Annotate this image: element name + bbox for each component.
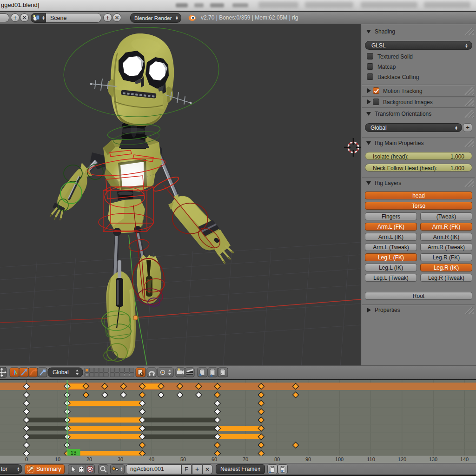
svg-text:Global: Global (53, 369, 69, 376)
svg-text:13: 13 (71, 450, 77, 456)
